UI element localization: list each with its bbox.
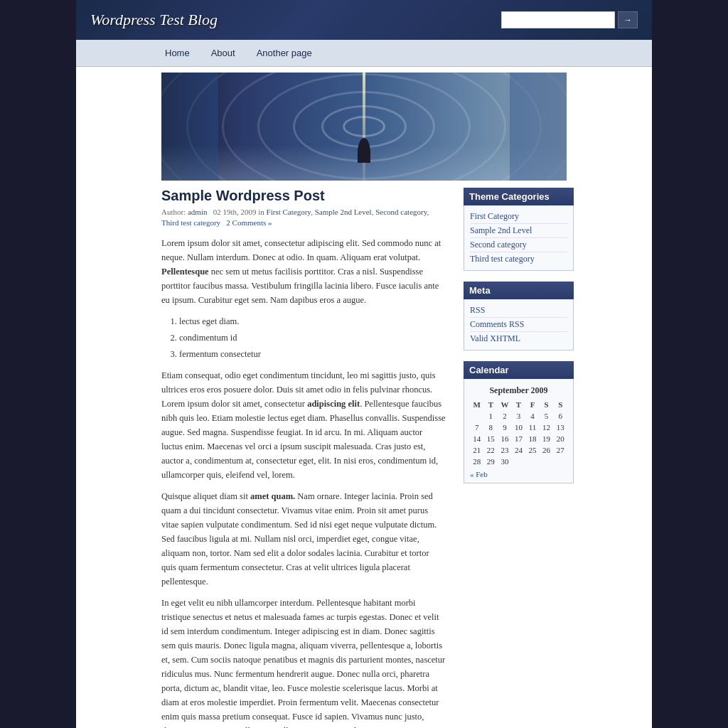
post-para-1: Lorem ipsum dolor sit amet, consectetur … [161,236,446,307]
post-list: lectus eget diam. condimentum id ferment… [179,314,446,361]
search-button[interactable]: → [618,11,638,28]
header: Wordpress Test Blog → [76,0,652,40]
widget-meta: Meta RSS Comments RSS Valid XHTML [464,282,574,350]
widget-theme-categories-title: Theme Categories [464,188,574,205]
post-para-2: Etiam consequat, odio eget condimentum t… [161,368,446,482]
page-wrapper: Wordpress Test Blog → Home About Another… [76,0,652,728]
cat-sidebar-1[interactable]: First Category [470,210,567,224]
main-content: Sample Wordpress Post Author: admin 02 1… [161,188,456,728]
widget-calendar-body: September 2009 M T W T F S S [464,379,574,483]
cat-link-2[interactable]: Sample 2nd Level [315,208,372,216]
post-title: Sample Wordpress Post [161,188,446,204]
calendar-table: M T W T F S S 1 [470,399,567,467]
nav-home[interactable]: Home [154,41,200,65]
post-meta: Author: admin 02 19th, 2009 in First Cat… [161,207,446,229]
cal-header-s1: S [540,399,554,410]
widget-theme-categories: Theme Categories First Category Sample 2… [464,188,574,271]
list-item: condimentum id [179,331,446,345]
nav-another-page[interactable]: Another page [246,41,323,65]
post-para-3: Quisque aliquet diam sit amet quam. Nam … [161,489,446,589]
cat-sidebar-2[interactable]: Sample 2nd Level [470,224,567,238]
widget-calendar-title: Calendar [464,361,574,379]
list-item: fermentum consectetur [179,347,446,361]
author-label: Author: [161,208,188,216]
nav-about[interactable]: About [200,41,246,65]
cat-sidebar-4[interactable]: Third test category [470,252,567,266]
sidebar: Theme Categories First Category Sample 2… [464,188,574,494]
nav-bar: Home About Another page [76,40,652,67]
cat-link-3[interactable]: Second category [375,208,427,216]
comments-link[interactable]: 2 Comments » [226,218,272,227]
meta-valid-xhtml[interactable]: Valid XHTML [470,332,567,346]
meta-rss[interactable]: RSS [470,304,567,318]
cal-header-m: M [470,399,484,410]
content-area: Sample Wordpress Post Author: admin 02 1… [76,181,652,728]
cal-row: 14 15 16 17 18 19 20 [470,433,567,444]
search-form: → [501,11,638,28]
list-item: lectus eget diam. [179,314,446,328]
cal-row: 21 22 23 24 25 26 27 [470,444,567,456]
hero-image [161,73,567,181]
cal-header-w: W [498,399,512,410]
cat-sidebar-3[interactable]: Second category [470,238,567,252]
cat-link-4[interactable]: Third test category [161,218,220,227]
cal-header-t1: T [484,399,498,410]
site-title: Wordpress Test Blog [90,11,218,29]
widget-calendar: Calendar September 2009 M T W T F S [464,361,574,483]
calendar-prev-link[interactable]: « Feb [470,470,567,478]
meta-comments-rss[interactable]: Comments RSS [470,318,567,332]
cal-header-t2: T [512,399,526,410]
search-input[interactable] [501,11,615,28]
post-body: Lorem ipsum dolor sit amet, consectetur … [161,236,446,728]
cal-row: 7 8 9 10 11 12 13 [470,422,567,433]
cat-link-1[interactable]: First Category [267,208,311,216]
post-para-4: In eget velit eu nibh ullamcorper interd… [161,596,446,728]
author-link[interactable]: admin [188,208,208,216]
widget-meta-title: Meta [464,282,574,299]
calendar-month: September 2009 [470,383,567,399]
cal-header-f: F [525,399,540,410]
cal-row: 28 29 30 [470,456,567,467]
widget-meta-body: RSS Comments RSS Valid XHTML [464,299,574,350]
cal-row: 1 2 3 4 5 6 [470,410,567,422]
widget-theme-categories-body: First Category Sample 2nd Level Second c… [464,205,574,271]
cal-header-s2: S [553,399,567,410]
